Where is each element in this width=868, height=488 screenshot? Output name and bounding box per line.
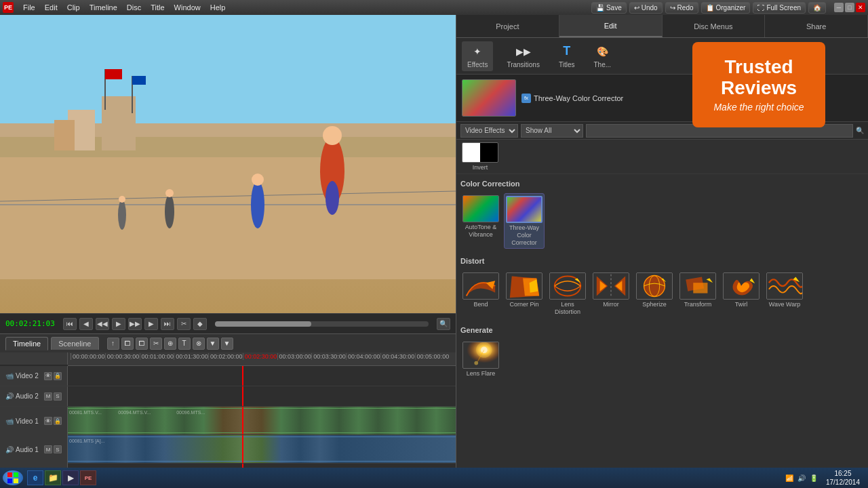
- close-button[interactable]: ✕: [856, 3, 865, 12]
- titles-label: Titles: [559, 61, 575, 68]
- video-effects-dropdown[interactable]: Video Effects Audio Effects All Effects: [460, 124, 518, 138]
- menu-window[interactable]: Window: [170, 2, 205, 13]
- track-content-video2[interactable]: [68, 366, 456, 386]
- track-lock-video2[interactable]: 🔒: [54, 372, 62, 380]
- effect-twirl[interactable]: Twirl: [721, 270, 762, 318]
- svg-point-15: [165, 189, 174, 197]
- window-controls: ─ □ ✕: [834, 3, 865, 12]
- menu-timeline[interactable]: Timeline: [85, 2, 121, 13]
- effect-transform[interactable]: Transform: [677, 270, 718, 318]
- menu-edit[interactable]: Edit: [41, 2, 62, 13]
- show-all-dropdown[interactable]: Show All Favorites Recently Used: [521, 124, 583, 138]
- color-correction-grid: AutoTone & Vibrance Three-Way Color Corr…: [460, 193, 864, 249]
- save-button[interactable]: 💾 Save: [591, 2, 627, 14]
- titles-icon: T: [559, 44, 574, 59]
- tool-1[interactable]: ↑: [107, 338, 119, 350]
- undo-button[interactable]: ↩ Undo: [629, 2, 663, 14]
- track-solo-audio2[interactable]: S: [54, 392, 62, 401]
- track-content-audio1[interactable]: 00081.MTS [A]...: [68, 435, 456, 463]
- taskbar-ie-icon[interactable]: e: [27, 470, 43, 485]
- organizer-button[interactable]: 📋 Organizer: [701, 2, 751, 14]
- effect-cornerpin[interactable]: Corner Pin: [504, 270, 545, 318]
- effects-tab-effects[interactable]: ✦ Effects: [462, 41, 493, 71]
- svg-rect-58: [7, 479, 12, 483]
- section-title-generate: Generate: [460, 325, 864, 336]
- go-start-button[interactable]: ⏮: [63, 318, 77, 330]
- track-lock-video1[interactable]: 🔒: [54, 417, 62, 425]
- step-forward-button[interactable]: ▶: [144, 318, 158, 330]
- track-solo-audio1[interactable]: S: [54, 445, 62, 453]
- tool-3[interactable]: ⧠: [136, 338, 148, 350]
- effects-tab-themes[interactable]: 🎨 The...: [588, 41, 616, 71]
- effects-tab-transitions[interactable]: ▶▶ Transitions: [501, 41, 545, 71]
- trusted-reviews-title: TrustedReviews: [721, 57, 797, 99]
- home-button[interactable]: 🏠: [808, 2, 826, 14]
- svg-rect-57: [14, 472, 18, 477]
- tool-7[interactable]: ⊗: [193, 338, 205, 350]
- minimize-button[interactable]: ─: [834, 3, 844, 12]
- track-mute-video1[interactable]: 👁: [44, 417, 52, 425]
- menu-clip[interactable]: Clip: [63, 2, 84, 13]
- effect-lens-distortion[interactable]: Lens Distortion: [547, 270, 588, 318]
- tab-share[interactable]: Share: [765, 15, 868, 37]
- tool-9[interactable]: ▼: [221, 338, 233, 350]
- effect-bend[interactable]: Bend: [460, 270, 501, 318]
- step-back-button[interactable]: ◀: [79, 318, 93, 330]
- transport-controls: 00:02:21:03 ⏮ ◀ ◀◀ ▶ ▶▶ ▶ ⏭ ✂ ◆ 🔍: [0, 313, 456, 333]
- smart-trim-button[interactable]: ✂: [177, 318, 191, 330]
- tab-disc-menus[interactable]: Disc Menus: [663, 15, 766, 37]
- track-mute-audio1[interactable]: M: [44, 445, 52, 453]
- tab-project[interactable]: Project: [456, 15, 559, 37]
- taskbar-explorer-icon[interactable]: 📁: [45, 470, 61, 485]
- tab-sceneline[interactable]: Sceneline: [51, 337, 98, 350]
- transform-thumb: [679, 272, 716, 300]
- effect-spherize[interactable]: Spherize: [634, 270, 675, 318]
- invert-effect-item[interactable]: Invert: [462, 142, 498, 171]
- effects-tab-titles[interactable]: T Titles: [553, 41, 580, 71]
- transitions-icon: ▶▶: [516, 44, 531, 59]
- tool-4[interactable]: ✂: [150, 338, 162, 350]
- invert-label: Invert: [473, 164, 488, 171]
- svg-rect-56: [7, 472, 12, 477]
- system-clock: 16:25 17/12/2014: [821, 469, 865, 487]
- rewind-button[interactable]: ◀◀: [96, 318, 109, 330]
- track-mute-audio2[interactable]: M: [44, 392, 52, 401]
- tab-edit[interactable]: Edit: [559, 15, 663, 37]
- effect-threeway[interactable]: Three-Way Color Corrector: [504, 193, 545, 249]
- fast-forward-button[interactable]: ▶▶: [128, 318, 142, 330]
- search-input[interactable]: [589, 127, 850, 134]
- fullscreen-button[interactable]: ⛶ Full Screen: [753, 2, 806, 14]
- tool-2[interactable]: ⧠: [121, 338, 134, 350]
- effect-autotone[interactable]: AutoTone & Vibrance: [460, 193, 501, 249]
- search-icon[interactable]: 🔍: [856, 127, 864, 134]
- effect-mirror[interactable]: Mirror: [591, 270, 631, 318]
- tab-timeline[interactable]: Timeline: [5, 337, 48, 350]
- tool-6[interactable]: T: [178, 338, 191, 350]
- wavewarp-label: Wave Warp: [769, 301, 800, 308]
- track-content-audio2[interactable]: [68, 386, 456, 406]
- menu-help[interactable]: Help: [206, 2, 230, 13]
- track-mute-video2[interactable]: 👁: [44, 372, 52, 380]
- ruler-mark-9: 00:04:30:00: [380, 353, 415, 360]
- taskbar-media-icon[interactable]: ▶: [62, 470, 79, 485]
- zoom-out-button[interactable]: 🔍: [437, 318, 450, 330]
- ruler-mark-2: 00:01:00:00: [140, 353, 174, 360]
- go-end-button[interactable]: ⏭: [161, 318, 174, 330]
- tool-5[interactable]: ⊕: [164, 338, 176, 350]
- add-marker-button[interactable]: ◆: [193, 318, 207, 330]
- play-button[interactable]: ▶: [112, 318, 125, 330]
- start-button[interactable]: [3, 470, 23, 485]
- redo-button[interactable]: ↪ Redo: [665, 2, 698, 14]
- spherize-label: Spherize: [642, 301, 667, 308]
- taskbar-pe-icon[interactable]: PE: [80, 470, 96, 485]
- maximize-button[interactable]: □: [845, 3, 854, 12]
- menu-disc[interactable]: Disc: [123, 2, 145, 13]
- menu-title[interactable]: Title: [146, 2, 168, 13]
- tool-8[interactable]: ▼: [207, 338, 219, 350]
- track-content-video1[interactable]: 00081.MTS.V... 00094.MTS.V... 00096.MTS.…: [68, 407, 456, 434]
- effect-wavewarp[interactable]: Wave Warp: [764, 270, 805, 318]
- track-name-video2: Video 2: [16, 372, 39, 380]
- effect-lensflare[interactable]: Lens Flare: [460, 340, 501, 380]
- menu-file[interactable]: File: [19, 2, 39, 13]
- timeline-scrubber[interactable]: [215, 321, 429, 327]
